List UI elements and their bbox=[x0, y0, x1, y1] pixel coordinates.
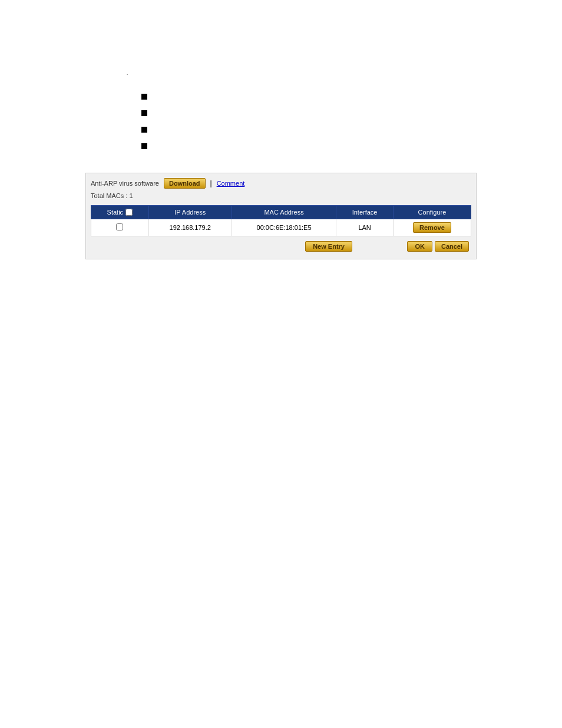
page-content: . Anti-ARP virus software Download | Com… bbox=[0, 0, 562, 271]
header-static: Static bbox=[91, 206, 149, 219]
cell-configure: Remove bbox=[393, 219, 471, 236]
cell-mac-address: 00:0C:6E:18:01:E5 bbox=[232, 219, 336, 236]
arp-table: Static IP Address MAC Address Interface … bbox=[91, 205, 471, 236]
total-macs-label: Total MACs : 1 bbox=[91, 192, 471, 199]
remove-button[interactable]: Remove bbox=[413, 222, 451, 233]
table-footer: New Entry OK Cancel bbox=[91, 236, 471, 254]
table-header-row: Static IP Address MAC Address Interface … bbox=[91, 206, 471, 219]
header-mac-address: MAC Address bbox=[232, 206, 336, 219]
bullet-square-icon bbox=[141, 143, 147, 149]
list-item bbox=[141, 110, 562, 116]
bullet-list bbox=[141, 94, 562, 149]
header-ip-address: IP Address bbox=[148, 206, 232, 219]
list-item bbox=[141, 127, 562, 133]
anti-arp-label: Anti-ARP virus software bbox=[91, 180, 159, 187]
anti-arp-bar: Anti-ARP virus software Download | Comme… bbox=[91, 178, 471, 189]
list-item bbox=[141, 143, 562, 149]
comment-link[interactable]: Comment bbox=[217, 180, 245, 187]
ok-button[interactable]: OK bbox=[407, 241, 432, 252]
row-checkbox[interactable] bbox=[116, 223, 123, 230]
bullet-square-icon bbox=[141, 127, 147, 133]
header-interface: Interface bbox=[336, 206, 394, 219]
table-row: 192.168.179.2 00:0C:6E:18:01:E5 LAN Remo… bbox=[91, 219, 471, 236]
static-label: Static bbox=[107, 209, 124, 216]
list-item bbox=[141, 94, 562, 100]
separator: | bbox=[210, 179, 212, 187]
main-panel: Anti-ARP virus software Download | Comme… bbox=[85, 173, 477, 259]
cell-static bbox=[91, 219, 149, 236]
cell-interface: LAN bbox=[336, 219, 394, 236]
select-all-checkbox[interactable] bbox=[125, 209, 133, 216]
footer-center: New Entry bbox=[250, 241, 408, 252]
footer-right: OK Cancel bbox=[407, 241, 469, 252]
bullet-square-icon bbox=[141, 94, 147, 100]
cell-ip-address: 192.168.179.2 bbox=[148, 219, 232, 236]
header-configure: Configure bbox=[393, 206, 471, 219]
bullet-square-icon bbox=[141, 110, 147, 116]
bullet-dot: . bbox=[127, 71, 562, 76]
cancel-button[interactable]: Cancel bbox=[435, 241, 469, 252]
new-entry-button[interactable]: New Entry bbox=[305, 241, 352, 252]
download-button[interactable]: Download bbox=[164, 178, 206, 189]
